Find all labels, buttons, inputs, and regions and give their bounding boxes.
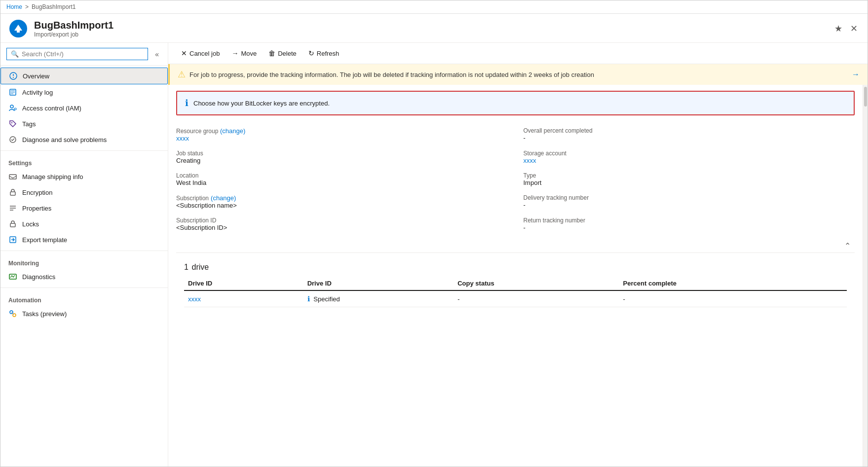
cancel-job-label: Cancel job (189, 50, 220, 57)
drive-unit: drive (192, 263, 209, 271)
sidebar-item-export-template[interactable]: Export template (0, 232, 168, 248)
manage-shipping-icon (8, 172, 17, 181)
resource-group-change[interactable]: (change) (220, 127, 245, 135)
svg-point-12 (11, 122, 12, 123)
drive-info-icon: ℹ (307, 295, 310, 303)
breadcrumb-current: BugBashImport1 (32, 3, 75, 10)
warning-icon: ⚠ (178, 69, 186, 80)
export-template-icon (8, 235, 17, 244)
sidebar-item-label: Diagnostics (22, 273, 55, 281)
location-value: West India (176, 179, 508, 186)
access-control-icon (8, 104, 17, 112)
settings-section-label: Settings (0, 154, 168, 169)
refresh-button[interactable]: ↻ Refresh (303, 47, 344, 60)
scroll-content: ℹ Choose how your BitLocker keys are enc… (168, 85, 863, 467)
drive-id2-value: Specified (313, 295, 340, 303)
settings-divider (0, 150, 168, 151)
move-label: Move (241, 50, 257, 57)
diagnose-icon (8, 135, 17, 144)
drive-col-percent: Percent complete (619, 277, 847, 290)
collapse-sidebar-button[interactable]: « (152, 49, 162, 59)
type-value: Import (524, 179, 855, 186)
sidebar-item-label: Diagnose and solve problems (22, 136, 107, 144)
main-layout: 🔍 « Overview (0, 43, 868, 467)
sidebar-item-label: Manage shipping info (22, 173, 83, 180)
sidebar-item-diagnostics[interactable]: Diagnostics (0, 269, 168, 285)
overall-percent-value: - (524, 134, 855, 142)
sidebar-item-manage-shipping[interactable]: Manage shipping info (0, 169, 168, 184)
warning-banner: ⚠ For job to progress, provide the track… (168, 64, 868, 85)
move-button[interactable]: → Move (226, 47, 262, 60)
svg-point-10 (10, 105, 13, 108)
locks-icon (8, 219, 17, 228)
drive-col-id1: Drive ID (184, 277, 303, 290)
detail-type: Type Import (524, 172, 855, 186)
svg-rect-2 (17, 31, 20, 33)
page-subtitle: Import/export job (34, 31, 113, 38)
storage-account-value[interactable]: xxxx (524, 157, 855, 164)
search-input[interactable] (22, 50, 144, 58)
sidebar-item-tasks-preview[interactable]: Tasks (preview) (0, 306, 168, 322)
table-row: xxxx ℹ Specified - - (184, 290, 847, 307)
delivery-tracking-label: Delivery tracking number (524, 194, 855, 201)
drive-col-copy-status: Copy status (453, 277, 619, 290)
warning-arrow-icon[interactable]: → (852, 70, 860, 79)
sidebar-item-label: Encryption (22, 189, 52, 196)
page-title: BugBashImport1 (34, 20, 113, 31)
subscription-change[interactable]: (change) (211, 194, 236, 202)
breadcrumb: Home > BugBashImport1 (0, 0, 868, 14)
detail-storage-account: Storage account xxxx (524, 150, 855, 164)
pin-button[interactable]: ★ (832, 21, 844, 36)
close-button[interactable]: ✕ (848, 21, 860, 36)
detail-delivery-tracking: Delivery tracking number - (524, 194, 855, 209)
sidebar-item-activity-log[interactable]: Activity log (0, 84, 168, 100)
tags-icon (8, 119, 17, 128)
search-input-wrap: 🔍 (6, 48, 148, 60)
subscription-id-label: Subscription ID (176, 217, 508, 224)
drive-id-link[interactable]: xxxx (184, 290, 303, 307)
svg-point-5 (13, 77, 14, 78)
tasks-icon (8, 309, 17, 318)
sidebar-item-label: Locks (22, 220, 39, 228)
sidebar-item-overview[interactable]: Overview (0, 68, 168, 84)
scrollbar[interactable] (863, 85, 868, 467)
location-label: Location (176, 172, 508, 179)
detail-subscription: Subscription (change) <Subscription name… (176, 194, 508, 209)
overview-icon (9, 72, 18, 80)
toolbar: ✕ Cancel job → Move 🗑 Delete ↻ Refresh (168, 43, 868, 64)
scrollbar-thumb (864, 87, 867, 107)
drive-number: 1 (184, 263, 189, 271)
sidebar-item-label: Activity log (22, 89, 53, 96)
search-icon: 🔍 (11, 50, 19, 58)
breadcrumb-home[interactable]: Home (6, 3, 22, 10)
svg-rect-15 (10, 192, 15, 195)
sidebar-item-properties[interactable]: Properties (0, 200, 168, 216)
delete-button[interactable]: 🗑 Delete (264, 47, 302, 60)
delete-label: Delete (278, 50, 297, 57)
subscription-id-value: <Subscription ID> (176, 224, 508, 231)
search-box: 🔍 « (0, 43, 168, 66)
resource-group-value[interactable]: xxxx (176, 135, 508, 142)
detail-overall-percent: Overall percent completed - (524, 127, 855, 142)
drive-copy-status: - (453, 290, 619, 307)
sidebar-item-diagnose[interactable]: Diagnose and solve problems (0, 132, 168, 147)
monitoring-divider (0, 251, 168, 251)
resource-icon (8, 19, 28, 38)
header-title-block: BugBashImport1 Import/export job (34, 20, 113, 38)
diagnostics-icon (8, 272, 17, 281)
cancel-icon: ✕ (181, 49, 187, 57)
activity-log-icon (8, 88, 17, 97)
properties-icon (8, 204, 17, 213)
job-status-value: Creating (176, 157, 508, 164)
sidebar-item-label: Access control (IAM) (22, 105, 81, 112)
cancel-job-button[interactable]: ✕ Cancel job (176, 47, 225, 60)
delivery-tracking-value: - (524, 201, 855, 209)
monitoring-section-label: Monitoring (0, 254, 168, 269)
sidebar-item-encryption[interactable]: Encryption (0, 184, 168, 200)
sidebar-item-locks[interactable]: Locks (0, 216, 168, 232)
sidebar-item-tags[interactable]: Tags (0, 116, 168, 132)
collapse-details-button[interactable]: ⌃ (844, 241, 851, 251)
sidebar-item-access-control[interactable]: Access control (IAM) (0, 100, 168, 116)
info-alert-icon: ℹ (185, 98, 189, 108)
detail-resource-group: Resource group (change) xxxx (176, 127, 508, 142)
